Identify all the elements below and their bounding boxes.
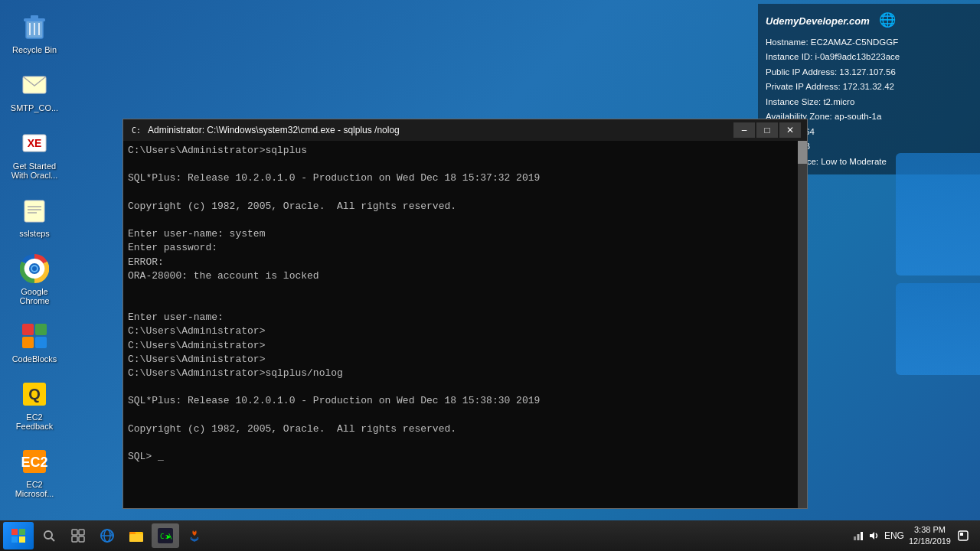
hostname-line: Hostname: EC2AMAZ-C5NDGGF	[766, 35, 972, 51]
svg-marker-51	[870, 532, 874, 540]
sslsteps-label: sslsteps	[19, 229, 50, 238]
desktop-icon-chrome[interactable]: Google Chrome	[4, 249, 65, 309]
tray-language[interactable]: ENG	[884, 530, 904, 541]
task-view-button[interactable]	[64, 523, 92, 548]
minimize-button[interactable]: –	[733, 122, 755, 138]
chrome-icon	[19, 253, 50, 284]
desktop-icon-ec2-feedback[interactable]: Q EC2 Feedback	[4, 375, 65, 435]
desktop-icon-ec2-microsof[interactable]: EC2 EC2 Microsof...	[4, 442, 65, 502]
cmd-titlebar: C: Administrator: C:\Windows\system32\cm…	[123, 119, 807, 141]
svg-rect-36	[72, 536, 77, 542]
svg-rect-21	[35, 337, 47, 348]
window-buttons: – □ ✕	[733, 122, 801, 138]
cmd-content[interactable]: C:\Users\Administrator>sqlplus SQL*Plus:…	[123, 141, 798, 508]
recycle-bin-label: Recycle Bin	[12, 45, 57, 54]
codeblocks-label: CodeBlocks	[12, 354, 57, 364]
cmd-title-text: Administrator: C:\Windows\system32\cmd.e…	[148, 125, 733, 135]
tray-date: 12/18/2019	[909, 536, 951, 547]
svg-text:EC2: EC2	[21, 455, 47, 470]
tray-clock[interactable]: 3:38 PM 12/18/2019	[909, 524, 951, 548]
svg-rect-19	[35, 324, 47, 335]
svg-rect-53	[960, 533, 963, 536]
svg-rect-18	[22, 324, 34, 335]
start-button[interactable]	[3, 522, 34, 549]
volume-tray-icon[interactable]	[867, 530, 880, 542]
notification-center-button[interactable]	[956, 528, 971, 543]
svg-rect-48	[854, 536, 856, 540]
smtp-label: SMTP_CO...	[11, 103, 58, 112]
svg-rect-49	[857, 534, 859, 540]
cmd-scrollbar-thumb[interactable]	[798, 141, 807, 164]
tray-icons	[852, 530, 880, 542]
instance-id-line: Instance ID: i-0a9f9adc13b223ace	[766, 50, 972, 65]
svg-text:e: e	[110, 530, 113, 536]
svg-rect-35	[79, 530, 84, 535]
svg-rect-34	[72, 530, 77, 535]
svg-rect-50	[861, 532, 863, 540]
svg-text:▶: ▶	[167, 533, 172, 540]
private-ip-line: Private IP Address: 172.31.32.42	[766, 80, 972, 95]
cmd-title-icon: C:	[129, 124, 142, 136]
cmd-window: C: Administrator: C:\Windows\system32\cm…	[122, 119, 808, 509]
ec2-feedback-icon: Q	[19, 379, 50, 409]
ec2-feedback-label: EC2 Feedback	[8, 412, 61, 431]
chrome-label: Google Chrome	[8, 287, 61, 305]
tray-time: 3:38 PM	[914, 524, 946, 536]
desktop-icon-sslsteps[interactable]: sslsteps	[4, 191, 65, 242]
svg-point-17	[32, 266, 37, 271]
cmd-taskbar-button[interactable]: C:\ ▶	[152, 523, 179, 548]
desktop-icon-codeblocks[interactable]: CodeBlocks	[4, 317, 65, 367]
oracle-label: Get Started With Oracl...	[8, 161, 61, 180]
taskbar-tray: ENG 3:38 PM 12/18/2019	[846, 524, 977, 548]
java-taskbar-button[interactable]	[181, 523, 208, 548]
site-watermark-text: UdemyDeveloper.com 🌐	[766, 8, 972, 32]
explorer-taskbar-button[interactable]	[122, 523, 150, 548]
svg-rect-29	[19, 529, 25, 535]
desktop: Recycle Bin SMTP_CO... XE Get Started Wi…	[0, 0, 980, 551]
desktop-icon-oracle[interactable]: XE Get Started With Oracl...	[4, 124, 65, 184]
smtp-icon	[19, 70, 50, 100]
taskbar: e C:\ ▶	[0, 520, 980, 551]
public-ip-line: Public IP Address: 13.127.107.56	[766, 65, 972, 80]
svg-rect-31	[19, 536, 25, 543]
svg-text:Q: Q	[28, 386, 41, 403]
cmd-scrollbar[interactable]	[798, 141, 807, 508]
svg-line-33	[51, 538, 54, 541]
wallpaper-shape-top	[896, 153, 980, 276]
maximize-button[interactable]: □	[756, 122, 778, 138]
instance-size-line: Instance Size: t2.micro	[766, 95, 972, 110]
desktop-icons-container: Recycle Bin SMTP_CO... XE Get Started Wi…	[0, 0, 69, 510]
svg-rect-20	[22, 337, 34, 348]
svg-rect-28	[11, 529, 18, 535]
ec2-microsof-icon: EC2	[19, 446, 50, 477]
close-button[interactable]: ✕	[779, 122, 801, 138]
network-tray-icon[interactable]	[852, 530, 864, 542]
desktop-icon-recycle-bin[interactable]: Recycle Bin	[4, 8, 65, 58]
recycle-bin-icon	[19, 11, 50, 42]
svg-rect-9	[24, 201, 44, 222]
search-taskbar-button[interactable]	[35, 523, 63, 548]
ec2-microsof-label: EC2 Microsof...	[8, 480, 61, 498]
svg-text:XE: XE	[28, 137, 42, 149]
svg-rect-44	[129, 534, 143, 542]
svg-rect-52	[959, 531, 968, 540]
wallpaper-shape-bottom	[896, 283, 980, 375]
oracle-icon: XE	[19, 128, 50, 158]
desktop-icon-smtp[interactable]: SMTP_CO...	[4, 66, 65, 116]
ie-taskbar-button[interactable]: e	[93, 523, 121, 548]
svg-rect-2	[31, 15, 38, 19]
cmd-body: C:\Users\Administrator>sqlplus SQL*Plus:…	[123, 141, 807, 508]
codeblocks-icon	[19, 321, 50, 351]
svg-text:C:: C:	[132, 126, 141, 135]
svg-point-32	[44, 531, 52, 539]
sslsteps-icon	[19, 195, 50, 226]
svg-rect-37	[79, 536, 84, 542]
svg-rect-30	[11, 536, 18, 543]
